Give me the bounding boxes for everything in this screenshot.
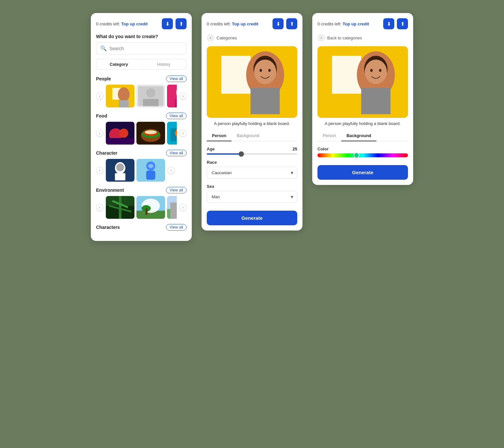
panel3-credits-count: 0 credits left: bbox=[317, 21, 342, 26]
panel2-tab-background[interactable]: Background bbox=[231, 131, 264, 141]
environment-img-3-svg bbox=[167, 196, 177, 219]
panel2-share-icon: ⬆ bbox=[290, 21, 294, 27]
svg-rect-26 bbox=[115, 173, 125, 180]
panel3-tab-person[interactable]: Person bbox=[317, 131, 341, 141]
color-slider[interactable] bbox=[317, 153, 408, 157]
panel2-share-button[interactable]: ⬆ bbox=[286, 18, 297, 29]
environment-view-all[interactable]: View all bbox=[166, 187, 187, 193]
download-icon: ⬇ bbox=[165, 21, 170, 27]
food-img-1[interactable] bbox=[106, 122, 134, 145]
panel3-generate-button[interactable]: Generate bbox=[317, 165, 408, 180]
food-img-2-svg bbox=[136, 122, 165, 145]
character-img-1[interactable] bbox=[106, 159, 134, 182]
people-img-3[interactable] bbox=[167, 85, 177, 107]
food-carousel-inner bbox=[106, 122, 177, 145]
food-view-all[interactable]: View all bbox=[166, 113, 187, 119]
food-prev[interactable]: ‹ bbox=[96, 130, 103, 137]
environment-next[interactable]: › bbox=[179, 204, 187, 211]
environment-prev[interactable]: ‹ bbox=[96, 204, 103, 211]
character-prev[interactable]: ‹ bbox=[96, 167, 103, 174]
panel2-header-actions: ⬇ ⬆ bbox=[273, 18, 297, 29]
character-view-all[interactable]: View all bbox=[166, 150, 187, 156]
panel3-header: 0 credits left: Top up credit ⬇ ⬆ bbox=[317, 18, 408, 29]
panel-categories: 0 credits left: Top up credit ⬇ ⬆ What d… bbox=[91, 13, 192, 241]
race-field-group: Race Caucasian African Asian Hispanic bbox=[207, 160, 297, 179]
people-carousel-inner bbox=[106, 85, 177, 107]
panel3-back-nav[interactable]: ‹ Back to categories bbox=[317, 34, 408, 42]
svg-rect-10 bbox=[175, 99, 177, 107]
svg-point-6 bbox=[146, 88, 155, 97]
panel3-inner-tabs: Person Background bbox=[317, 131, 408, 141]
character-next[interactable]: › bbox=[168, 167, 175, 174]
panel2-back-nav[interactable]: ‹ Categories bbox=[207, 34, 297, 42]
panel2-download-button[interactable]: ⬇ bbox=[273, 18, 284, 29]
panel2-back-icon: ‹ bbox=[207, 34, 215, 42]
panel3-download-button[interactable]: ⬇ bbox=[383, 18, 394, 29]
environment-img-2[interactable] bbox=[136, 196, 165, 219]
people-img-1[interactable] bbox=[106, 85, 134, 107]
svg-rect-55 bbox=[332, 56, 361, 94]
svg-point-2 bbox=[118, 87, 130, 102]
panel-header: 0 credits left: Top up credit ⬇ ⬆ bbox=[96, 18, 187, 29]
character-carousel: ‹ bbox=[96, 159, 187, 182]
panel3-image-svg bbox=[317, 46, 408, 118]
credits-info: 0 credits left: Top up credit bbox=[96, 21, 148, 26]
race-label: Race bbox=[207, 160, 297, 165]
panel3-tab-background[interactable]: Background bbox=[341, 131, 376, 141]
people-carousel: ‹ bbox=[96, 85, 187, 107]
character-img-2[interactable] bbox=[136, 159, 165, 182]
panel2-header: 0 credits left: Top up credit ⬇ ⬆ bbox=[207, 18, 297, 29]
svg-rect-7 bbox=[143, 99, 159, 106]
character-carousel-inner bbox=[106, 159, 165, 182]
search-icon: 🔍 bbox=[100, 45, 107, 51]
topup-link[interactable]: Top up credit bbox=[121, 21, 147, 26]
characters-view-all[interactable]: View all bbox=[166, 224, 187, 231]
tab-category[interactable]: Category bbox=[96, 59, 141, 69]
svg-point-31 bbox=[148, 164, 153, 168]
category-characters-title: Characters bbox=[96, 225, 120, 230]
svg-rect-41 bbox=[146, 208, 147, 215]
panel2-generate-button[interactable]: Generate bbox=[207, 211, 297, 225]
svg-rect-3 bbox=[119, 100, 129, 107]
panel2-tab-person[interactable]: Person bbox=[207, 131, 231, 141]
panel2-topup-link[interactable]: Top up credit bbox=[232, 21, 258, 26]
food-img-2[interactable] bbox=[136, 122, 165, 145]
people-view-all[interactable]: View all bbox=[166, 76, 187, 82]
age-value: 25 bbox=[293, 147, 297, 151]
people-prev[interactable]: ‹ bbox=[96, 92, 103, 100]
panel3-back-icon: ‹ bbox=[317, 34, 325, 42]
panel2-back-label: Categories bbox=[217, 35, 237, 40]
tab-history[interactable]: History bbox=[141, 59, 186, 69]
panel2-credits-count: 0 credits left: bbox=[207, 21, 231, 26]
panel3-topup-link[interactable]: Top up credit bbox=[343, 21, 369, 26]
category-people-header: People View all bbox=[96, 76, 187, 82]
environment-img-3[interactable] bbox=[167, 196, 177, 219]
svg-point-52 bbox=[259, 69, 262, 72]
food-next[interactable]: › bbox=[179, 130, 187, 137]
panel2-credits-info: 0 credits left: Top up credit bbox=[207, 21, 259, 26]
race-select[interactable]: Caucasian African Asian Hispanic bbox=[207, 167, 297, 179]
people-next[interactable]: › bbox=[179, 92, 187, 100]
panel3-caption: A person playfully holding a blank board… bbox=[317, 121, 408, 126]
share-button[interactable]: ⬆ bbox=[175, 18, 187, 29]
panel3-credits-info: 0 credits left: Top up credit bbox=[317, 21, 369, 26]
character-img-2-svg bbox=[136, 159, 165, 182]
people-img-2[interactable] bbox=[136, 85, 165, 107]
category-environment-title: Environment bbox=[96, 188, 124, 193]
download-button[interactable]: ⬇ bbox=[162, 18, 173, 29]
svg-point-51 bbox=[254, 60, 276, 84]
panel3-share-button[interactable]: ⬆ bbox=[397, 18, 408, 29]
environment-img-1-svg bbox=[106, 196, 134, 219]
food-img-3[interactable] bbox=[167, 122, 177, 145]
panel3-main-image bbox=[317, 46, 408, 118]
panel2-image-svg bbox=[207, 46, 297, 118]
age-slider-thumb bbox=[239, 151, 244, 157]
sex-label: Sex bbox=[207, 184, 297, 189]
sex-select[interactable]: Man Woman Non-binary bbox=[207, 191, 297, 203]
category-characters: Characters View all bbox=[96, 224, 187, 231]
color-field-group: Color bbox=[317, 147, 408, 157]
color-label: Color bbox=[317, 147, 408, 151]
age-slider[interactable] bbox=[207, 153, 297, 155]
environment-img-1[interactable] bbox=[106, 196, 134, 219]
search-input[interactable] bbox=[109, 46, 182, 51]
